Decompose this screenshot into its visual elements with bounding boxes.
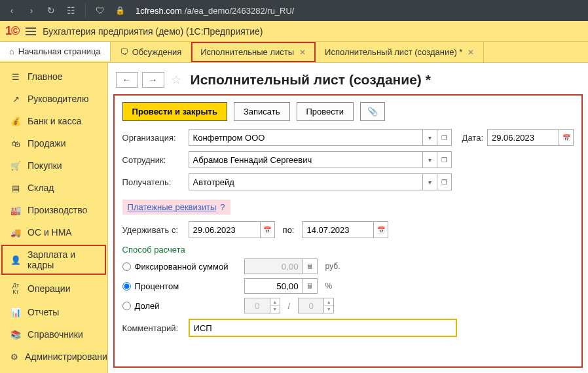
post-and-close-button[interactable]: Провести и закрыть	[122, 102, 227, 121]
method-fixed-row: Фиксированной суммой 🖩 руб.	[122, 258, 574, 274]
post-button[interactable]: Провести	[297, 102, 354, 121]
open-button[interactable]: ❐	[437, 173, 452, 190]
hold-to-input[interactable]	[302, 221, 374, 238]
tab-home[interactable]: ⌂ Начальная страница	[0, 42, 111, 62]
payment-requisites-link[interactable]: Платежные реквизиты	[128, 202, 217, 212]
employee-input[interactable]	[189, 151, 423, 168]
sidebar-item-salary[interactable]: 👤Зарплата и кадры	[0, 243, 107, 276]
payment-requisites-block: Платежные реквизиты ?	[122, 200, 230, 215]
forward-button[interactable]: ›	[24, 3, 39, 18]
dropdown-button[interactable]: ▾	[423, 173, 437, 190]
close-icon[interactable]: ✕	[299, 48, 306, 57]
share-separator: /	[288, 301, 291, 311]
spinner-buttons[interactable]: ▲▼	[270, 298, 280, 313]
apps-button[interactable]: ☷	[63, 3, 79, 18]
chart-icon: ↗	[10, 94, 21, 104]
back-button[interactable]: ‹	[4, 3, 20, 18]
sidebar-item-label: Склад	[28, 183, 54, 193]
bag-icon: 🛍	[10, 139, 21, 149]
close-icon[interactable]: ✕	[468, 48, 474, 57]
calendar-button[interactable]: 📅	[559, 129, 574, 146]
tab-discussions[interactable]: 🗨 Обсуждения	[111, 42, 192, 62]
calculator-icon[interactable]: 🖩	[303, 258, 318, 274]
sidebar-item-sales[interactable]: 🛍Продажи	[0, 132, 107, 154]
tab-label: Начальная страница	[18, 46, 101, 56]
calculator-icon[interactable]: 🖩	[303, 278, 318, 294]
method-title: Способ расчета	[122, 245, 574, 255]
open-button[interactable]: ❐	[437, 129, 452, 146]
method-fixed-option[interactable]: Фиксированной суммой	[122, 262, 240, 272]
hold-period-row: Удерживать с: 📅 по: 📅	[122, 221, 574, 238]
sidebar-item-label: Справочники	[28, 329, 83, 340]
content: ← → ☆ Исполнительный лист (создание) * П…	[108, 63, 588, 373]
nav-forward-button[interactable]: →	[142, 72, 164, 88]
sidebar-item-label: Администрирование	[25, 351, 108, 362]
method-share-option[interactable]: Долей	[122, 301, 240, 311]
method-percent-radio[interactable]	[122, 282, 131, 291]
box-icon: ▤	[10, 183, 21, 193]
method-percent-option[interactable]: Процентом	[122, 281, 240, 291]
title-row: ← → ☆ Исполнительный лист (создание) *	[108, 69, 588, 94]
dropdown-button[interactable]: ▾	[423, 151, 437, 168]
sidebar-item-label: Руководителю	[28, 94, 88, 104]
comment-label: Комментарий:	[122, 323, 185, 333]
paperclip-icon: 📎	[367, 107, 378, 116]
toolbar: Провести и закрыть Записать Провести 📎	[122, 102, 574, 121]
chat-icon: 🗨	[120, 47, 128, 57]
share-numerator-input[interactable]	[244, 298, 270, 313]
nav-back-button[interactable]: ←	[116, 72, 138, 88]
gear-icon: ⚙	[10, 352, 18, 362]
org-row: Организация: ▾ ❐ Дата: 📅	[122, 129, 574, 146]
hold-from-input[interactable]	[189, 221, 261, 238]
sidebar-item-reports[interactable]: 📊Отчеты	[0, 301, 107, 323]
method-share-row: Долей ▲▼ / ▲▼	[122, 298, 574, 313]
sidebar-item-admin[interactable]: ⚙Администрирование	[0, 346, 107, 368]
calendar-button[interactable]: 📅	[261, 221, 275, 238]
sidebar-item-main[interactable]: ☰Главное	[0, 65, 107, 88]
help-icon[interactable]: ?	[220, 202, 225, 212]
reload-button[interactable]: ↻	[43, 3, 59, 18]
dropdown-button[interactable]: ▾	[423, 129, 437, 146]
url-bar[interactable]: 1cfresh.com/a/ea_demo/2463282/ru_RU/	[136, 6, 295, 16]
books-icon: 📚	[10, 330, 21, 340]
browser-toolbar: ‹ › ↻ ☷ 🛡 🔒 1cfresh.com/a/ea_demo/246328…	[0, 0, 588, 21]
truck-icon: 🚚	[10, 228, 21, 238]
method-share-radio[interactable]	[122, 302, 131, 310]
date-input[interactable]	[487, 129, 559, 146]
app-header: 1© Бухгалтерия предприятия (демо) (1С:Пр…	[0, 21, 588, 42]
sidebar-item-purchases[interactable]: 🛒Покупки	[0, 154, 107, 177]
tab-exec-sheet-form[interactable]: Исполнительный лист (создание) * ✕	[316, 42, 484, 62]
percent-input[interactable]	[244, 278, 303, 294]
sidebar-item-production[interactable]: 🏭Производство	[0, 199, 107, 221]
sidebar-item-refs[interactable]: 📚Справочники	[0, 323, 107, 346]
favorite-star-icon[interactable]: ☆	[168, 72, 184, 88]
comment-input[interactable]	[189, 319, 457, 337]
person-icon: 👤	[10, 255, 21, 265]
sidebar-item-warehouse[interactable]: ▤Склад	[0, 177, 107, 199]
sidebar-item-assets[interactable]: 🚚ОС и НМА	[0, 221, 107, 243]
menu-button[interactable]	[26, 27, 36, 35]
calendar-button[interactable]: 📅	[374, 221, 388, 238]
sidebar-item-label: Главное	[28, 71, 63, 82]
open-button[interactable]: ❐	[437, 151, 452, 168]
sidebar-item-bank[interactable]: 💰Банк и касса	[0, 110, 107, 132]
sidebar-item-manager[interactable]: ↗Руководителю	[0, 88, 107, 110]
sidebar-item-label: Отчеты	[28, 307, 59, 317]
spinner-buttons[interactable]: ▲▼	[324, 298, 334, 313]
attach-button[interactable]: 📎	[360, 102, 385, 121]
sidebar-item-label: Покупки	[28, 160, 62, 171]
employee-label: Сотрудник:	[122, 155, 185, 165]
share-denominator-input[interactable]	[298, 298, 324, 313]
page-title: Исполнительный лист (создание) *	[191, 72, 431, 88]
org-input[interactable]	[189, 129, 423, 146]
receiver-input[interactable]	[189, 173, 423, 190]
bank-icon: 💰	[10, 116, 21, 126]
sidebar-item-operations[interactable]: ДтКтОперации	[0, 276, 107, 301]
save-button[interactable]: Записать	[234, 102, 290, 121]
tab-exec-sheets[interactable]: Исполнительные листы ✕	[191, 42, 316, 62]
method-fixed-radio[interactable]	[122, 262, 131, 271]
fixed-amount-input[interactable]	[244, 258, 303, 274]
sidebar-item-label: Производство	[28, 205, 87, 215]
shield-icon: 🛡	[92, 3, 108, 18]
form-area: Провести и закрыть Записать Провести 📎 О…	[113, 94, 583, 368]
